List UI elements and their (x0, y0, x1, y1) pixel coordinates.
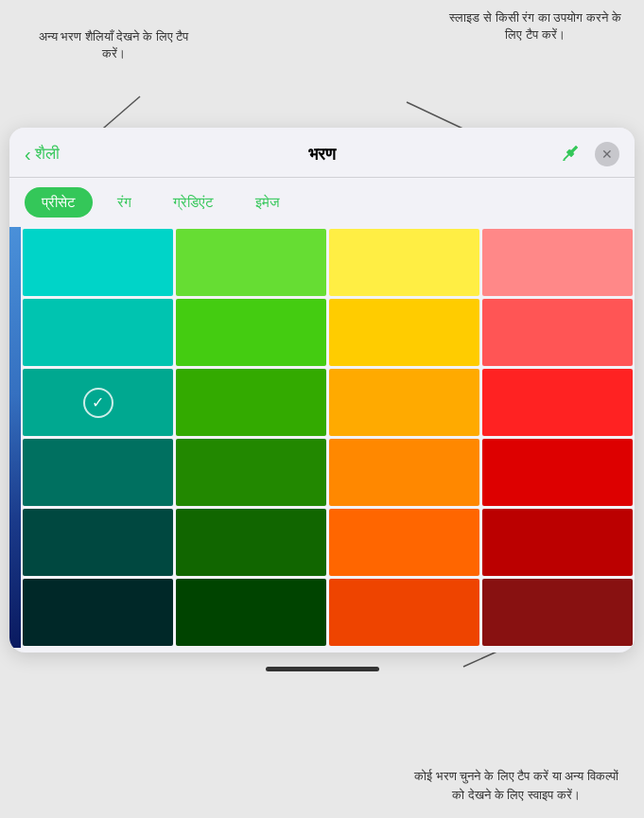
color-swatch[interactable] (329, 509, 479, 576)
color-swatch[interactable] (482, 579, 633, 646)
bottom-annotation: कोई भरण चुनने के लिए टैप करें या अन्य वि… (408, 767, 625, 804)
color-swatch[interactable] (23, 509, 173, 576)
color-swatch[interactable]: ✓ (23, 369, 173, 436)
color-swatch[interactable] (482, 299, 633, 366)
left-color-strip (9, 227, 21, 648)
color-swatch[interactable] (482, 509, 633, 576)
tab-image[interactable]: इमेज (238, 187, 297, 218)
home-indicator (266, 667, 379, 671)
chevron-left-icon: ‹ (25, 144, 31, 165)
color-swatch[interactable] (176, 299, 326, 366)
tab-gradient[interactable]: ग्रेडिएंट (156, 187, 231, 218)
color-grid-container: ✓ (9, 227, 635, 648)
close-icon: ✕ (601, 147, 613, 162)
fill-panel: ‹ शैली भरण ✕ प्रीसेट रंग ग्रेडिएंट इमेज (9, 128, 635, 653)
selected-checkmark: ✓ (83, 388, 113, 418)
color-swatch[interactable] (23, 229, 173, 296)
color-column-red (482, 229, 633, 646)
color-swatch[interactable] (176, 579, 326, 646)
tab-preset[interactable]: प्रीसेट (25, 187, 93, 218)
color-swatch[interactable] (176, 229, 326, 296)
color-swatch[interactable] (23, 299, 173, 366)
header-icons: ✕ (557, 141, 619, 167)
color-swatch[interactable] (329, 229, 479, 296)
panel-header: ‹ शैली भरण ✕ (9, 128, 635, 178)
tabs-row: प्रीसेट रंग ग्रेडिएंट इमेज (9, 178, 635, 227)
top-left-annotation: अन्य भरण शैलियाँ देखने के लिए टैप करें। (28, 28, 199, 62)
color-swatch[interactable] (23, 579, 173, 646)
color-swatch[interactable] (329, 579, 479, 646)
color-swatch[interactable] (329, 299, 479, 366)
color-swatch[interactable] (23, 439, 173, 506)
color-columns: ✓ (21, 227, 635, 648)
close-button[interactable]: ✕ (595, 142, 619, 166)
back-label: शैली (35, 145, 60, 164)
color-column-teal: ✓ (23, 229, 173, 646)
panel-title: भरण (308, 145, 336, 165)
color-swatch[interactable] (482, 369, 633, 436)
color-column-yellow (329, 229, 479, 646)
back-button[interactable]: ‹ शैली (25, 144, 60, 165)
color-swatch[interactable] (176, 439, 326, 506)
eyedropper-button[interactable] (557, 141, 583, 167)
color-column-green (176, 229, 326, 646)
color-swatch[interactable] (176, 509, 326, 576)
color-swatch[interactable] (482, 439, 633, 506)
tab-color[interactable]: रंग (100, 187, 148, 218)
color-swatch[interactable] (482, 229, 633, 296)
color-swatch[interactable] (329, 439, 479, 506)
color-swatch[interactable] (329, 369, 479, 436)
color-swatch[interactable] (176, 369, 326, 436)
top-right-annotation: स्लाइड से किसी रंग का उपयोग करने के लिए … (445, 9, 625, 44)
